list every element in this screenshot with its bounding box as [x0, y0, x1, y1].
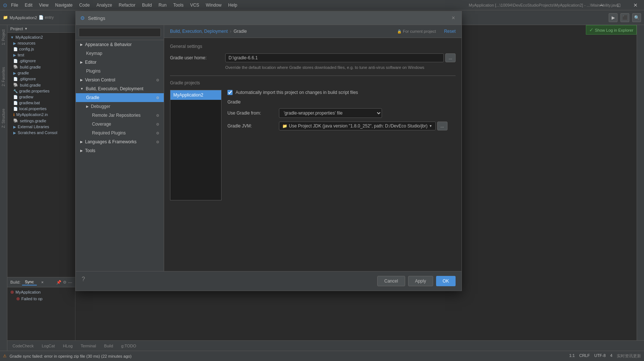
- tree-label-resources: resources: [18, 41, 35, 45]
- reset-button[interactable]: Reset: [444, 29, 456, 34]
- apply-button[interactable]: Apply: [408, 276, 433, 286]
- breadcrumb-part1[interactable]: Build, Execution, Deployment: [170, 29, 228, 34]
- project-header-dropdown[interactable]: ▼: [24, 27, 28, 31]
- error-icon-myapplication: ⊗: [10, 290, 14, 295]
- status-message: Gradle sync failed: error in opening zip…: [10, 354, 131, 358]
- project-tree: ▼ MyApplication2 ▶ resources 📄 config.js…: [7, 33, 75, 137]
- settings-search-input[interactable]: [79, 28, 161, 37]
- tree-item-resources[interactable]: ▶ resources: [7, 40, 75, 46]
- help-icon[interactable]: ?: [82, 276, 85, 286]
- file-icon-gradle-props: 🔧: [13, 89, 18, 93]
- menu-window[interactable]: Window: [203, 2, 224, 8]
- tree-item-settings-gradle[interactable]: 🐘 settings.gradle: [7, 118, 75, 124]
- menu-tools[interactable]: Tools: [170, 2, 187, 8]
- favorites-side-tab[interactable]: 2: Favorites: [1, 64, 6, 89]
- gradle-jvm-row: Gradle JVM: 📁 Use Project JDK (java vers…: [227, 122, 456, 130]
- tree-item-myapp-info[interactable]: ℹ MyApplication2.in: [7, 112, 75, 118]
- tree-item-test[interactable]: ▶ test: [7, 52, 75, 58]
- gradle-project-item-myapplication2[interactable]: MyApplication2: [170, 90, 221, 100]
- toolbar-btn-2[interactable]: ⬛: [620, 13, 629, 22]
- settings-nav-gradle[interactable]: Gradle ⚙: [76, 93, 164, 102]
- tab-terminal[interactable]: Terminal: [77, 343, 100, 349]
- tree-item-gitignore[interactable]: 📄 .gitignore: [7, 58, 75, 64]
- tree-item-gradlew-bat[interactable]: 📄 gradlew.bat: [7, 100, 75, 106]
- settings-nav-coverage[interactable]: Coverage ⚙: [76, 120, 164, 129]
- auto-import-checkbox[interactable]: [227, 90, 233, 95]
- toolbar-btn-1[interactable]: ▶: [609, 13, 618, 22]
- settings-main: General settings Gradle user home: ... O…: [164, 38, 461, 271]
- use-gradle-from-select[interactable]: 'gradle-wrapper.properties' file: [279, 108, 382, 118]
- tree-item-build-gradle2[interactable]: 🐘 build.gradle: [7, 82, 75, 88]
- tree-item-scratches[interactable]: ▶ Scratches and Consol: [7, 130, 75, 136]
- build-tab-close[interactable]: ×: [38, 279, 46, 285]
- settings-nav-build-exec[interactable]: ▼ Build, Execution, Deployment: [76, 84, 164, 93]
- window-controls: ─ □ ✕: [593, 0, 644, 10]
- tree-item-local-props[interactable]: 📄 local.properties: [7, 106, 75, 112]
- menu-vcs[interactable]: VCS: [187, 2, 202, 8]
- build-settings-icon[interactable]: ⚙: [63, 280, 67, 285]
- tree-item-external-libs[interactable]: ▶ External Libraries: [7, 124, 75, 130]
- toolbar-btn-3[interactable]: 🔍: [632, 13, 641, 22]
- tree-item-gitignore2[interactable]: 📄 .gitignore: [7, 76, 75, 82]
- settings-nav-editor[interactable]: ▶ Editor: [76, 58, 164, 67]
- ok-button[interactable]: OK: [436, 276, 456, 286]
- build-content: ⊗ MyApplication ⊗ Failed to op: [7, 287, 75, 304]
- tree-item-config[interactable]: 📄 config.js: [7, 46, 75, 52]
- menu-help[interactable]: Help: [225, 2, 240, 8]
- settings-nav-appearance[interactable]: ▶ Appearance & Behavior: [76, 40, 164, 49]
- settings-nav-languages[interactable]: ▶ Languages & Frameworks ⚙: [76, 137, 164, 146]
- menu-view[interactable]: View: [36, 2, 52, 8]
- menu-navigate[interactable]: Navigate: [52, 2, 75, 8]
- tree-item-gradle-props[interactable]: 🔧 gradle.properties: [7, 88, 75, 94]
- project-panel: Project ▼ ▼ MyApplication2 ▶ resources 📄…: [7, 25, 75, 280]
- tab-logcat[interactable]: LogCat: [38, 343, 58, 349]
- show-log-label: Show Log in Explorer: [595, 28, 633, 32]
- tree-item-myapplication2[interactable]: ▼ MyApplication2: [7, 34, 75, 40]
- structure-side-tab[interactable]: Z: Structure: [1, 106, 6, 131]
- gradle-jvm-browse[interactable]: ...: [437, 122, 447, 130]
- tree-item-gradle-folder[interactable]: ▶ gradle: [7, 70, 75, 76]
- tab-codecheck[interactable]: CodeCheck: [9, 343, 37, 349]
- tree-item-gradlew[interactable]: 📄 gradlew: [7, 94, 75, 100]
- nav-label-tools: Tools: [85, 148, 95, 153]
- settings-nav-remote-jar[interactable]: Remote Jar Repositories ⚙: [76, 111, 164, 120]
- settings-nav-plugins[interactable]: Plugins: [76, 67, 164, 76]
- nav-label-plugins: Plugins: [86, 69, 100, 74]
- build-minimize-icon[interactable]: —: [68, 280, 72, 285]
- settings-close-button[interactable]: ×: [450, 14, 457, 22]
- breadcrumb-sep: ›: [230, 29, 231, 34]
- menu-build[interactable]: Build: [139, 2, 155, 8]
- gradle-jvm-select[interactable]: 📁 Use Project JDK (java version "1.8.0_2…: [279, 122, 436, 130]
- maximize-button[interactable]: □: [610, 0, 627, 10]
- status-position: 1:1: [569, 353, 575, 359]
- settings-breadcrumb: Build, Execution, Deployment › Gradle 🔒 …: [164, 25, 461, 38]
- folder-icon-scratches: ▶: [13, 131, 16, 135]
- build-pin-icon[interactable]: 📌: [56, 280, 61, 285]
- menu-code[interactable]: Code: [76, 2, 93, 8]
- project-side-tab[interactable]: 1: Project: [1, 27, 6, 48]
- menu-edit[interactable]: Edit: [22, 2, 35, 8]
- build-tab-sync[interactable]: Sync: [22, 279, 37, 285]
- gradle-user-home-input[interactable]: [225, 53, 444, 62]
- nav-label-debugger: Debugger: [91, 104, 110, 109]
- minimize-button[interactable]: ─: [593, 0, 610, 10]
- settings-nav-vcs[interactable]: ▶ Version Control ⚙: [76, 76, 164, 84]
- menu-file[interactable]: File: [8, 2, 21, 8]
- gradle-user-home-browse[interactable]: ...: [445, 53, 456, 62]
- settings-nav-keymap[interactable]: Keymap: [76, 49, 164, 58]
- menu-analyze[interactable]: Analyze: [93, 2, 115, 8]
- settings-nav-tools[interactable]: ▶ Tools: [76, 146, 164, 155]
- menu-refactor[interactable]: Refactor: [116, 2, 138, 8]
- close-button[interactable]: ✕: [627, 0, 644, 10]
- settings-nav-debugger[interactable]: ▶ Debugger: [76, 102, 164, 111]
- gradle-user-home-hint: Override the default location where Grad…: [225, 65, 456, 70]
- cancel-button[interactable]: Cancel: [377, 276, 405, 286]
- tab-hlog[interactable]: HLog: [59, 343, 76, 349]
- tab-todo[interactable]: g:TODO: [117, 343, 140, 349]
- menu-run[interactable]: Run: [156, 2, 170, 8]
- tab-build[interactable]: Build: [100, 343, 117, 349]
- tree-item-build-gradle[interactable]: 🐘 build.gradle: [7, 64, 75, 70]
- show-log-button[interactable]: ✓ Show Log in Explorer: [586, 25, 637, 35]
- settings-sidebar: ▶ Appearance & Behavior Keymap ▶ Editor …: [76, 25, 164, 271]
- settings-nav-required-plugins[interactable]: Required Plugins ⚙: [76, 129, 164, 137]
